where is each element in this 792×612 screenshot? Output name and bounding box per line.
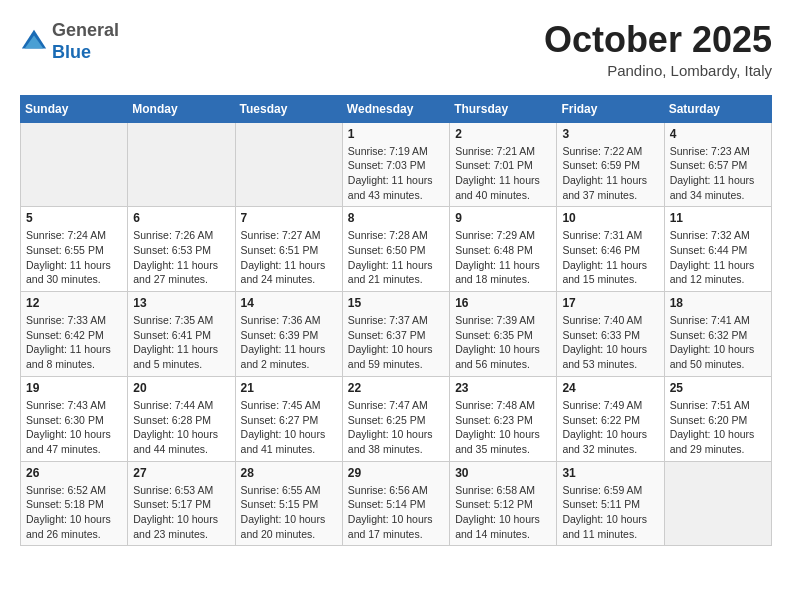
day-info: Sunrise: 7:39 AMSunset: 6:35 PMDaylight:… <box>455 313 551 372</box>
calendar-day-header: Sunday <box>21 95 128 122</box>
day-number: 17 <box>562 296 658 310</box>
calendar-cell: 14Sunrise: 7:36 AMSunset: 6:39 PMDayligh… <box>235 292 342 377</box>
calendar-cell <box>128 122 235 207</box>
calendar-cell: 9Sunrise: 7:29 AMSunset: 6:48 PMDaylight… <box>450 207 557 292</box>
calendar-cell: 3Sunrise: 7:22 AMSunset: 6:59 PMDaylight… <box>557 122 664 207</box>
calendar-day-header: Monday <box>128 95 235 122</box>
day-info: Sunrise: 7:26 AMSunset: 6:53 PMDaylight:… <box>133 228 229 287</box>
calendar-week-row: 26Sunrise: 6:52 AMSunset: 5:18 PMDayligh… <box>21 461 772 546</box>
calendar-cell: 23Sunrise: 7:48 AMSunset: 6:23 PMDayligh… <box>450 376 557 461</box>
calendar-cell: 10Sunrise: 7:31 AMSunset: 6:46 PMDayligh… <box>557 207 664 292</box>
day-number: 26 <box>26 466 122 480</box>
day-info: Sunrise: 7:36 AMSunset: 6:39 PMDaylight:… <box>241 313 337 372</box>
day-number: 24 <box>562 381 658 395</box>
day-info: Sunrise: 6:52 AMSunset: 5:18 PMDaylight:… <box>26 483 122 542</box>
day-number: 4 <box>670 127 766 141</box>
calendar-cell: 28Sunrise: 6:55 AMSunset: 5:15 PMDayligh… <box>235 461 342 546</box>
calendar-day-header: Friday <box>557 95 664 122</box>
calendar-cell: 12Sunrise: 7:33 AMSunset: 6:42 PMDayligh… <box>21 292 128 377</box>
day-info: Sunrise: 7:37 AMSunset: 6:37 PMDaylight:… <box>348 313 444 372</box>
calendar-day-header: Tuesday <box>235 95 342 122</box>
calendar-cell: 6Sunrise: 7:26 AMSunset: 6:53 PMDaylight… <box>128 207 235 292</box>
day-number: 27 <box>133 466 229 480</box>
day-info: Sunrise: 7:33 AMSunset: 6:42 PMDaylight:… <box>26 313 122 372</box>
day-number: 11 <box>670 211 766 225</box>
day-number: 18 <box>670 296 766 310</box>
day-number: 23 <box>455 381 551 395</box>
day-info: Sunrise: 7:43 AMSunset: 6:30 PMDaylight:… <box>26 398 122 457</box>
calendar-day-header: Thursday <box>450 95 557 122</box>
calendar-week-row: 5Sunrise: 7:24 AMSunset: 6:55 PMDaylight… <box>21 207 772 292</box>
calendar-cell: 2Sunrise: 7:21 AMSunset: 7:01 PMDaylight… <box>450 122 557 207</box>
logo-text: General Blue <box>52 20 119 63</box>
day-number: 8 <box>348 211 444 225</box>
day-info: Sunrise: 7:32 AMSunset: 6:44 PMDaylight:… <box>670 228 766 287</box>
day-info: Sunrise: 7:40 AMSunset: 6:33 PMDaylight:… <box>562 313 658 372</box>
day-number: 2 <box>455 127 551 141</box>
day-info: Sunrise: 6:59 AMSunset: 5:11 PMDaylight:… <box>562 483 658 542</box>
title-block: October 2025 Pandino, Lombardy, Italy <box>544 20 772 79</box>
calendar-week-row: 19Sunrise: 7:43 AMSunset: 6:30 PMDayligh… <box>21 376 772 461</box>
day-number: 10 <box>562 211 658 225</box>
day-info: Sunrise: 7:21 AMSunset: 7:01 PMDaylight:… <box>455 144 551 203</box>
calendar-cell: 22Sunrise: 7:47 AMSunset: 6:25 PMDayligh… <box>342 376 449 461</box>
day-number: 1 <box>348 127 444 141</box>
location-subtitle: Pandino, Lombardy, Italy <box>544 62 772 79</box>
calendar-cell <box>21 122 128 207</box>
day-info: Sunrise: 7:48 AMSunset: 6:23 PMDaylight:… <box>455 398 551 457</box>
day-number: 13 <box>133 296 229 310</box>
calendar-cell: 29Sunrise: 6:56 AMSunset: 5:14 PMDayligh… <box>342 461 449 546</box>
logo-blue-text: Blue <box>52 42 91 62</box>
calendar-cell: 13Sunrise: 7:35 AMSunset: 6:41 PMDayligh… <box>128 292 235 377</box>
calendar-cell: 16Sunrise: 7:39 AMSunset: 6:35 PMDayligh… <box>450 292 557 377</box>
calendar-cell: 1Sunrise: 7:19 AMSunset: 7:03 PMDaylight… <box>342 122 449 207</box>
day-number: 14 <box>241 296 337 310</box>
day-number: 22 <box>348 381 444 395</box>
calendar-cell: 15Sunrise: 7:37 AMSunset: 6:37 PMDayligh… <box>342 292 449 377</box>
day-info: Sunrise: 7:49 AMSunset: 6:22 PMDaylight:… <box>562 398 658 457</box>
logo-icon <box>20 28 48 56</box>
day-info: Sunrise: 7:44 AMSunset: 6:28 PMDaylight:… <box>133 398 229 457</box>
calendar-cell: 4Sunrise: 7:23 AMSunset: 6:57 PMDaylight… <box>664 122 771 207</box>
day-info: Sunrise: 7:51 AMSunset: 6:20 PMDaylight:… <box>670 398 766 457</box>
logo: General Blue <box>20 20 119 63</box>
logo-general-text: General <box>52 20 119 40</box>
calendar-cell: 30Sunrise: 6:58 AMSunset: 5:12 PMDayligh… <box>450 461 557 546</box>
day-info: Sunrise: 7:45 AMSunset: 6:27 PMDaylight:… <box>241 398 337 457</box>
day-number: 15 <box>348 296 444 310</box>
day-number: 16 <box>455 296 551 310</box>
day-number: 19 <box>26 381 122 395</box>
day-number: 29 <box>348 466 444 480</box>
page-header: General Blue October 2025 Pandino, Lomba… <box>20 20 772 79</box>
calendar-table: SundayMondayTuesdayWednesdayThursdayFrid… <box>20 95 772 547</box>
day-number: 25 <box>670 381 766 395</box>
calendar-week-row: 1Sunrise: 7:19 AMSunset: 7:03 PMDaylight… <box>21 122 772 207</box>
day-info: Sunrise: 6:56 AMSunset: 5:14 PMDaylight:… <box>348 483 444 542</box>
day-info: Sunrise: 7:29 AMSunset: 6:48 PMDaylight:… <box>455 228 551 287</box>
day-number: 9 <box>455 211 551 225</box>
calendar-cell: 26Sunrise: 6:52 AMSunset: 5:18 PMDayligh… <box>21 461 128 546</box>
day-number: 31 <box>562 466 658 480</box>
day-number: 6 <box>133 211 229 225</box>
calendar-cell: 7Sunrise: 7:27 AMSunset: 6:51 PMDaylight… <box>235 207 342 292</box>
calendar-cell: 8Sunrise: 7:28 AMSunset: 6:50 PMDaylight… <box>342 207 449 292</box>
calendar-cell <box>664 461 771 546</box>
day-number: 12 <box>26 296 122 310</box>
day-info: Sunrise: 7:28 AMSunset: 6:50 PMDaylight:… <box>348 228 444 287</box>
calendar-day-header: Wednesday <box>342 95 449 122</box>
day-info: Sunrise: 7:27 AMSunset: 6:51 PMDaylight:… <box>241 228 337 287</box>
day-number: 5 <box>26 211 122 225</box>
day-number: 21 <box>241 381 337 395</box>
calendar-cell: 19Sunrise: 7:43 AMSunset: 6:30 PMDayligh… <box>21 376 128 461</box>
month-title: October 2025 <box>544 20 772 60</box>
calendar-cell: 24Sunrise: 7:49 AMSunset: 6:22 PMDayligh… <box>557 376 664 461</box>
day-info: Sunrise: 7:24 AMSunset: 6:55 PMDaylight:… <box>26 228 122 287</box>
day-number: 7 <box>241 211 337 225</box>
day-number: 28 <box>241 466 337 480</box>
day-info: Sunrise: 6:58 AMSunset: 5:12 PMDaylight:… <box>455 483 551 542</box>
day-info: Sunrise: 7:41 AMSunset: 6:32 PMDaylight:… <box>670 313 766 372</box>
day-info: Sunrise: 6:55 AMSunset: 5:15 PMDaylight:… <box>241 483 337 542</box>
day-number: 30 <box>455 466 551 480</box>
day-info: Sunrise: 7:23 AMSunset: 6:57 PMDaylight:… <box>670 144 766 203</box>
day-number: 20 <box>133 381 229 395</box>
